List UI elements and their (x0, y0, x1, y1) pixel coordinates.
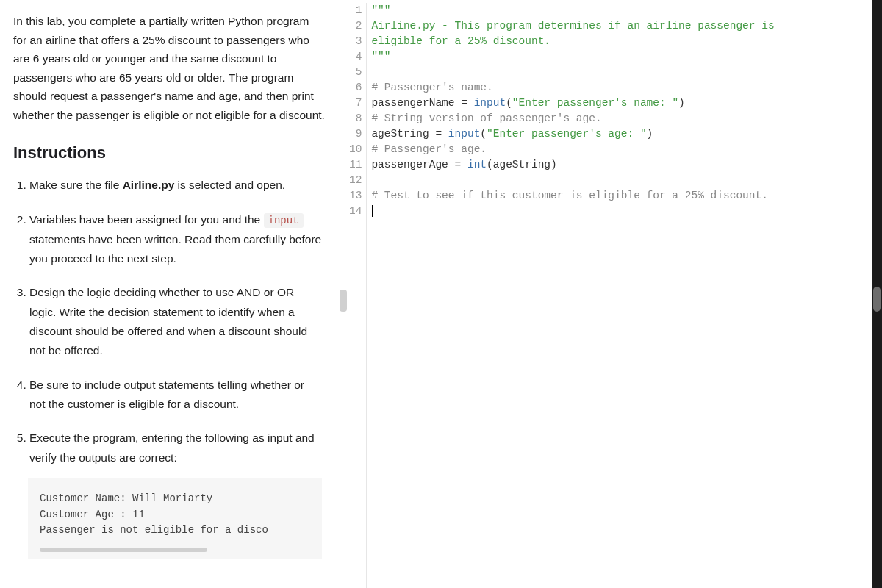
line-number: 13 (349, 188, 362, 204)
code-line[interactable]: ageString = input("Enter passenger's age… (371, 126, 872, 142)
tok: ( (480, 128, 487, 140)
editor-cursor (372, 205, 373, 217)
line-number: 7 (349, 96, 362, 111)
code-editor[interactable]: 1 2 3 4 5 6 7 8 9 10 11 12 13 14 """ Air… (343, 0, 872, 588)
line-number: 1 (349, 3, 362, 18)
tok-builtin: input (474, 97, 506, 109)
step-text: Execute the program, entering the follow… (29, 431, 315, 463)
panel-resize-handle[interactable] (340, 290, 347, 312)
tok-comment: # String version of passenger's age. (371, 112, 601, 124)
code-line[interactable]: eligible for a 25% discount. (371, 34, 872, 49)
instruction-step-4: Be sure to include output statements tel… (29, 376, 325, 415)
filename: Airline.py (123, 179, 175, 191)
instruction-step-2: Variables have been assigned for you and… (29, 210, 325, 268)
tok: ageString = (371, 128, 448, 140)
tok: ( (506, 97, 512, 109)
instructions-panel[interactable]: In this lab, you complete a partially wr… (0, 0, 343, 588)
line-number: 4 (349, 49, 362, 65)
sample-horizontal-scrollbar[interactable] (40, 548, 207, 552)
tok: passengerName = (371, 97, 473, 109)
tok-string: """ (371, 4, 390, 16)
step-text: Variables have been assigned for you and… (29, 213, 264, 226)
instruction-step-3: Design the logic deciding whether to use… (29, 283, 325, 360)
line-number: 9 (349, 126, 362, 142)
code-line[interactable]: passengerAge = int(ageString) (371, 157, 872, 173)
tok-string: """ (371, 51, 390, 62)
code-editor-panel: 1 2 3 4 5 6 7 8 9 10 11 12 13 14 """ Air… (343, 0, 882, 588)
tok-string: "Enter passenger's name: " (512, 97, 678, 109)
line-number: 10 (349, 142, 362, 157)
step-text: is selected and open. (174, 179, 285, 191)
code-line[interactable]: # String version of passenger's age. (371, 111, 872, 126)
tok-string: eligible for a 25% discount. (371, 35, 551, 47)
line-number: 5 (349, 65, 362, 80)
instruction-step-1: Make sure the file Airline.py is selecte… (29, 176, 325, 195)
line-number: 6 (349, 80, 362, 96)
code-line[interactable]: # Passenger's name. (371, 80, 872, 96)
tok: ) (678, 97, 685, 109)
tok-comment: # Passenger's name. (371, 82, 492, 93)
instructions-list: Make sure the file Airline.py is selecte… (13, 176, 325, 559)
tok: (ageString) (487, 159, 557, 171)
code-line[interactable]: passengerName = input("Enter passenger's… (371, 96, 872, 111)
code-line[interactable] (371, 65, 872, 80)
code-line[interactable]: """ (371, 3, 872, 18)
lab-intro: In this lab, you complete a partially wr… (13, 12, 325, 124)
tok-string: "Enter passenger's age: " (487, 128, 647, 140)
tok-comment: # Passenger's age. (371, 143, 487, 155)
line-number: 11 (349, 157, 362, 173)
sample-line: Customer Name: Will Moriarty (40, 492, 212, 504)
step-text: Make sure the file (29, 179, 123, 191)
tok-string: Airline.py - This program determines if … (371, 20, 781, 32)
scrollbar-thumb[interactable] (873, 287, 881, 312)
line-number: 8 (349, 111, 362, 126)
editor-vertical-scrollbar[interactable] (872, 0, 882, 588)
tok: ) (647, 128, 653, 140)
instructions-heading: Instructions (13, 143, 325, 162)
inline-code-input: input (264, 213, 304, 228)
line-number: 3 (349, 34, 362, 49)
instruction-step-5: Execute the program, entering the follow… (29, 429, 325, 559)
step-text: statements have been written. Read them … (29, 233, 321, 265)
tok: passengerAge = (371, 159, 467, 171)
code-line[interactable] (371, 204, 872, 219)
tok-comment: # Test to see if this customer is eligib… (371, 190, 768, 201)
code-line[interactable] (371, 173, 872, 188)
sample-line: Passenger is not eligible for a disco (40, 524, 268, 536)
line-number: 12 (349, 173, 362, 188)
line-number: 2 (349, 18, 362, 34)
code-line[interactable]: # Test to see if this customer is eligib… (371, 188, 872, 204)
tok-builtin: input (448, 128, 481, 140)
sample-output-block: Customer Name: Will Moriarty Customer Ag… (28, 478, 322, 559)
code-line[interactable]: # Passenger's age. (371, 142, 872, 157)
line-number: 14 (349, 204, 362, 219)
code-line[interactable]: Airline.py - This program determines if … (371, 18, 872, 34)
tok-builtin: int (467, 159, 487, 171)
code-line[interactable]: """ (371, 49, 872, 65)
sample-line: Customer Age : 11 (40, 509, 145, 520)
code-content[interactable]: """ Airline.py - This program determines… (367, 3, 872, 588)
